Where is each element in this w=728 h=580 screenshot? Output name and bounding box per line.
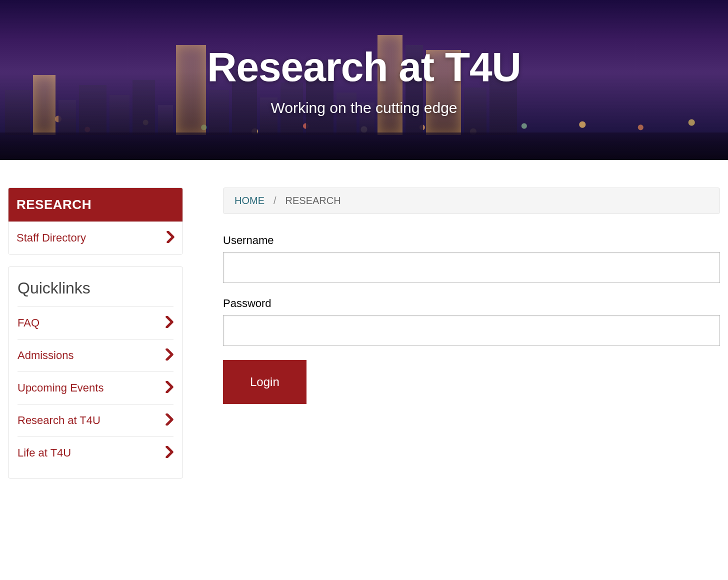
quicklink-label: FAQ (18, 316, 40, 330)
quicklink-faq[interactable]: FAQ (18, 306, 174, 339)
quicklink-label: Upcoming Events (18, 382, 104, 394)
login-button[interactable]: Login (223, 360, 306, 404)
chevron-right-icon (166, 381, 174, 395)
login-form: Username Password Login (223, 234, 720, 404)
nav-item-staff-directory[interactable]: Staff Directory (8, 222, 182, 254)
chevron-right-icon (166, 446, 174, 460)
quicklink-admissions[interactable]: Admissions (18, 339, 174, 372)
breadcrumb-home[interactable]: HOME (234, 195, 264, 206)
hero-banner: Research at T4U Working on the cutting e… (0, 0, 728, 160)
hero-subtitle: Working on the cutting edge (270, 100, 457, 116)
quicklinks-box: Quicklinks FAQ Admissions Upcoming Event… (8, 266, 183, 478)
main-content: HOME / RESEARCH Username Password Login (223, 188, 720, 478)
section-nav: RESEARCH Staff Directory (8, 188, 183, 254)
quicklink-label: Admissions (18, 349, 74, 362)
password-label: Password (223, 297, 720, 310)
quicklink-label: Life at T4U (18, 446, 71, 460)
breadcrumb: HOME / RESEARCH (223, 188, 720, 214)
chevron-right-icon (166, 231, 174, 245)
chevron-right-icon (166, 414, 174, 428)
section-nav-header: RESEARCH (8, 188, 182, 222)
quicklink-research-at-t4u[interactable]: Research at T4U (18, 404, 174, 436)
chevron-right-icon (166, 316, 174, 330)
quicklink-label: Research at T4U (18, 414, 100, 427)
quicklink-upcoming-events[interactable]: Upcoming Events (18, 372, 174, 404)
quicklinks-title: Quicklinks (18, 267, 174, 306)
username-label: Username (223, 234, 720, 247)
chevron-right-icon (166, 348, 174, 362)
username-input[interactable] (223, 252, 720, 283)
quicklink-life-at-t4u[interactable]: Life at T4U (18, 436, 174, 469)
breadcrumb-current: RESEARCH (286, 195, 341, 206)
breadcrumb-separator: / (274, 195, 276, 206)
password-input[interactable] (223, 315, 720, 346)
sidebar: RESEARCH Staff Directory Quicklinks FAQ … (8, 188, 183, 478)
nav-item-label: Staff Directory (16, 232, 86, 244)
hero-title: Research at T4U (207, 44, 521, 90)
